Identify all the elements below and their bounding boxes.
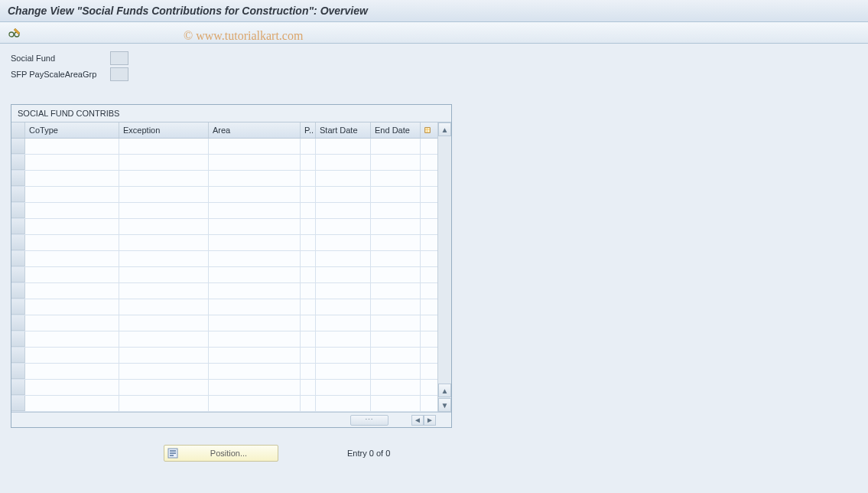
table-cell[interactable] (119, 139, 209, 154)
table-cell[interactable] (371, 235, 421, 250)
table-cell[interactable] (209, 348, 301, 363)
vertical-scrollbar[interactable]: ▲ ▲ ▼ (437, 122, 451, 412)
hscroll-right-button[interactable]: ► (424, 415, 436, 426)
row-selector[interactable] (11, 380, 25, 395)
table-cell[interactable] (119, 364, 209, 379)
table-cell[interactable] (209, 187, 301, 202)
table-cell[interactable] (316, 203, 371, 218)
table-cell[interactable] (301, 171, 316, 186)
table-cell[interactable] (209, 315, 301, 331)
col-header-end[interactable]: End Date (371, 122, 421, 138)
select-all-header[interactable] (11, 122, 25, 138)
table-cell[interactable] (25, 267, 119, 282)
table-config-button[interactable] (421, 122, 434, 138)
table-cell[interactable] (209, 396, 301, 411)
row-selector[interactable] (11, 203, 25, 218)
table-cell[interactable] (371, 283, 421, 299)
table-cell[interactable] (25, 348, 119, 363)
table-cell[interactable] (25, 219, 119, 234)
row-selector[interactable] (11, 364, 25, 379)
table-cell[interactable] (316, 396, 371, 411)
table-cell[interactable] (209, 203, 301, 218)
table-cell[interactable] (316, 267, 371, 282)
row-selector[interactable] (11, 251, 25, 266)
col-header-area[interactable]: Area (209, 122, 301, 138)
table-cell[interactable] (301, 187, 316, 202)
table-cell[interactable] (119, 331, 209, 347)
social-fund-input[interactable] (110, 51, 128, 65)
table-cell[interactable] (209, 267, 301, 282)
table-cell[interactable] (119, 267, 209, 282)
col-header-cotype[interactable]: CoType (25, 122, 119, 138)
position-button[interactable]: Position... (164, 445, 278, 462)
row-selector[interactable] (11, 283, 25, 299)
table-cell[interactable] (119, 348, 209, 363)
table-cell[interactable] (209, 364, 301, 379)
row-selector[interactable] (11, 155, 25, 170)
table-cell[interactable] (371, 219, 421, 234)
table-cell[interactable] (25, 171, 119, 186)
table-cell[interactable] (316, 315, 371, 331)
row-selector[interactable] (11, 139, 25, 154)
table-cell[interactable] (316, 348, 371, 363)
row-selector[interactable] (11, 187, 25, 202)
table-cell[interactable] (209, 155, 301, 170)
row-selector[interactable] (11, 396, 25, 411)
table-cell[interactable] (25, 380, 119, 395)
table-cell[interactable] (25, 364, 119, 379)
table-cell[interactable] (316, 364, 371, 379)
table-cell[interactable] (119, 187, 209, 202)
table-cell[interactable] (301, 396, 316, 411)
table-cell[interactable] (25, 251, 119, 266)
table-cell[interactable] (316, 219, 371, 234)
table-cell[interactable] (209, 219, 301, 234)
table-cell[interactable] (25, 235, 119, 250)
table-cell[interactable] (119, 155, 209, 170)
table-cell[interactable] (316, 235, 371, 250)
table-cell[interactable] (25, 283, 119, 299)
table-cell[interactable] (316, 139, 371, 154)
table-cell[interactable] (301, 267, 316, 282)
table-cell[interactable] (301, 315, 316, 331)
table-cell[interactable] (119, 171, 209, 186)
table-cell[interactable] (371, 331, 421, 347)
table-cell[interactable] (119, 219, 209, 234)
table-cell[interactable] (119, 283, 209, 299)
table-cell[interactable] (119, 299, 209, 315)
table-cell[interactable] (316, 299, 371, 315)
table-cell[interactable] (316, 171, 371, 186)
toggle-change-button[interactable] (6, 25, 23, 41)
table-cell[interactable] (25, 396, 119, 411)
table-cell[interactable] (209, 139, 301, 154)
table-cell[interactable] (371, 171, 421, 186)
table-cell[interactable] (301, 219, 316, 234)
table-cell[interactable] (301, 203, 316, 218)
table-cell[interactable] (371, 299, 421, 315)
table-cell[interactable] (119, 380, 209, 395)
row-selector[interactable] (11, 315, 25, 331)
table-cell[interactable] (209, 171, 301, 186)
table-cell[interactable] (316, 380, 371, 395)
table-cell[interactable] (301, 348, 316, 363)
col-header-p[interactable]: P.. (301, 122, 316, 138)
row-selector[interactable] (11, 219, 25, 234)
table-cell[interactable] (209, 283, 301, 299)
table-cell[interactable] (25, 315, 119, 331)
table-cell[interactable] (316, 283, 371, 299)
row-selector[interactable] (11, 299, 25, 315)
scroll-up-button[interactable]: ▲ (438, 122, 451, 136)
row-selector[interactable] (11, 235, 25, 250)
table-cell[interactable] (316, 331, 371, 347)
table-cell[interactable] (119, 396, 209, 411)
table-cell[interactable] (301, 299, 316, 315)
table-cell[interactable] (316, 187, 371, 202)
table-cell[interactable] (301, 235, 316, 250)
table-cell[interactable] (119, 251, 209, 266)
table-cell[interactable] (371, 380, 421, 395)
table-cell[interactable] (25, 187, 119, 202)
table-cell[interactable] (371, 203, 421, 218)
table-cell[interactable] (371, 251, 421, 266)
sfp-payscale-input[interactable] (110, 67, 128, 81)
table-cell[interactable] (25, 139, 119, 154)
table-cell[interactable] (301, 155, 316, 170)
